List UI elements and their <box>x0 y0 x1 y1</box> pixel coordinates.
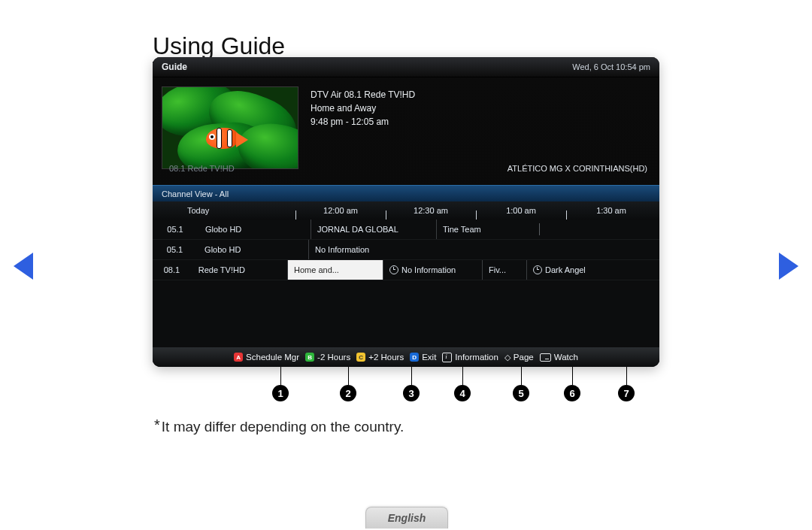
program-cell-label: No Information <box>315 245 369 254</box>
footer-information[interactable]: Information <box>442 353 498 362</box>
red-button-icon: A <box>234 353 243 362</box>
clock-icon <box>533 265 542 274</box>
callout-number: 6 <box>564 385 580 401</box>
callout-leader <box>521 367 522 385</box>
clock-icon <box>389 265 398 274</box>
channel-name: Rede TV!HD <box>191 265 287 274</box>
page-updown-icon: ◇ <box>504 353 511 362</box>
program-cell[interactable]: Tine Team <box>436 220 539 239</box>
language-tab[interactable]: English <box>365 507 448 528</box>
footnote: *It may differ depending on the country. <box>154 418 404 435</box>
hero-bottom-row: 08.1 Rede TV!HD ATLÉTICO MG X CORINTHIAN… <box>153 164 659 173</box>
program-cell-label: JORNAL DA GLOBAL <box>317 225 398 234</box>
program-grid: 05.1Globo HDJORNAL DA GLOBALTine Team05.… <box>153 220 659 367</box>
program-cell[interactable]: Dark Angel <box>526 260 659 280</box>
callout-number: 1 <box>272 385 289 401</box>
callout-leader <box>411 367 412 385</box>
footer-page[interactable]: ◇Page <box>504 353 534 362</box>
channel-number: 05.1 <box>153 225 198 234</box>
callout-number: 7 <box>618 385 635 401</box>
program-cells: JORNAL DA GLOBALTine Team <box>311 220 659 239</box>
callout-leader <box>348 367 349 385</box>
program-cell-label: No Information <box>401 265 456 274</box>
program-cell-label: Tine Team <box>443 225 481 234</box>
guide-header-bar: Guide Wed, 6 Oct 10:54 pm <box>153 57 659 77</box>
program-cell[interactable]: No Information <box>308 240 659 259</box>
program-name-line: Home and Away <box>311 103 415 114</box>
channel-number: 05.1 <box>153 245 197 254</box>
channel-name: Globo HD <box>198 225 311 234</box>
next-program-label: ATLÉTICO MG X CORINTHIANS(HD) <box>508 164 647 173</box>
footer-exit[interactable]: DExit <box>410 353 436 362</box>
green-button-icon: B <box>305 353 314 362</box>
channel-number: 08.1 <box>153 265 191 274</box>
prev-page-arrow-icon[interactable] <box>14 253 33 280</box>
asterisk-icon: * <box>154 416 160 433</box>
blue-button-icon: D <box>410 353 419 362</box>
channel-row[interactable]: 08.1Rede TV!HDHome and...No InformationF… <box>153 260 659 280</box>
program-cell[interactable]: No Information <box>383 260 482 280</box>
time-header: Today 12:00 am12:30 am1:00 am1:30 am <box>153 201 659 220</box>
time-slot: 12:30 am <box>386 206 476 215</box>
program-cells: Home and...No InformationFiv...Dark Ange… <box>287 260 659 280</box>
guide-datetime: Wed, 6 Oct 10:54 pm <box>572 62 650 71</box>
program-cell-label: Fiv... <box>489 265 506 274</box>
program-cell-label: Home and... <box>294 265 339 274</box>
callout-leader <box>280 367 281 385</box>
next-page-arrow-icon[interactable] <box>779 253 798 280</box>
callout-number: 3 <box>403 385 420 401</box>
program-cell-label: Dark Angel <box>545 265 586 274</box>
program-cell[interactable]: Fiv... <box>482 260 526 280</box>
yellow-button-icon: C <box>356 353 365 362</box>
guide-footer-bar: ASchedule Mgr B-2 Hours C+2 Hours DExit … <box>153 347 659 367</box>
channel-name: Globo HD <box>197 245 308 254</box>
time-slot: 1:30 am <box>566 206 656 215</box>
callout-number: 2 <box>340 385 356 401</box>
program-channel-line: DTV Air 08.1 Rede TV!HD <box>311 89 415 100</box>
footer-watch[interactable]: Watch <box>540 353 578 362</box>
channel-row[interactable]: 05.1Globo HDJORNAL DA GLOBALTine Team <box>153 220 659 240</box>
info-icon <box>442 353 452 362</box>
channel-view-label: Channel View - All <box>162 189 229 198</box>
program-cell[interactable]: JORNAL DA GLOBAL <box>311 220 436 239</box>
program-thumbnail <box>162 86 298 169</box>
callout-number: 5 <box>513 385 529 401</box>
channel-row[interactable]: 05.1Globo HDNo Information <box>153 240 659 260</box>
time-slot: 1:00 am <box>476 206 566 215</box>
grid-tick <box>539 223 540 235</box>
today-label: Today <box>187 206 209 215</box>
program-cell[interactable]: Home and... <box>287 260 383 280</box>
guide-title: Guide <box>162 62 187 72</box>
program-time-line: 9:48 pm - 12:05 am <box>311 117 415 127</box>
tv-guide-screenshot: Guide Wed, 6 Oct 10:54 pm DTV Air 08.1 R… <box>153 57 659 367</box>
enter-icon <box>540 353 551 362</box>
program-cells: No Information <box>308 240 659 259</box>
time-slot: 12:00 am <box>295 206 386 215</box>
footer-schedule-mgr[interactable]: ASchedule Mgr <box>234 353 299 362</box>
callout-leader <box>462 367 463 385</box>
footer-plus-2h[interactable]: C+2 Hours <box>356 353 404 362</box>
footer-minus-2h[interactable]: B-2 Hours <box>305 353 350 362</box>
callout-leader <box>572 367 573 385</box>
channel-smallprint: 08.1 Rede TV!HD <box>169 164 235 173</box>
page-root: Using Guide Guide Wed, 6 Oct 10:54 pm DT… <box>0 0 812 530</box>
channel-view-bar[interactable]: Channel View - All <box>153 185 659 203</box>
callout-number: 4 <box>454 385 471 401</box>
callout-leader <box>626 367 627 385</box>
